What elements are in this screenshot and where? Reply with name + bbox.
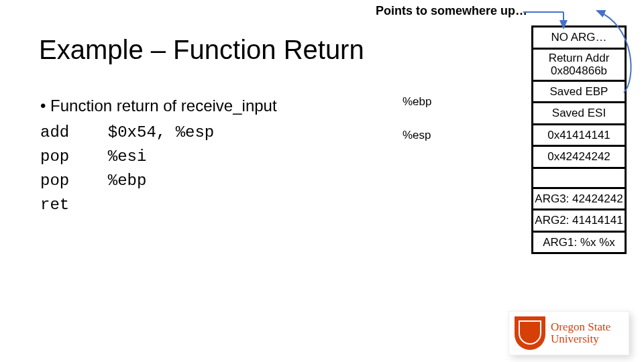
logo-text: Oregon State University bbox=[551, 321, 610, 345]
stack-cell-retaddr-l2: 0x804866b bbox=[551, 64, 607, 77]
logo-shield-icon bbox=[515, 316, 545, 350]
stack-cell-saved-esi: Saved ESI bbox=[531, 101, 627, 123]
logo-text-line2: University bbox=[551, 333, 610, 345]
slide-title: Example – Function Return bbox=[39, 35, 364, 65]
code-line-3: pop %ebp bbox=[40, 169, 277, 193]
stack-cell-hex1: 0x41414141 bbox=[531, 123, 627, 145]
register-ebp-label: %ebp bbox=[402, 95, 431, 109]
university-logo: Oregon State University bbox=[508, 311, 629, 355]
stack-cell-arg3: ARG3: 42424242 bbox=[531, 187, 627, 209]
code-line-2: pop %esi bbox=[40, 145, 277, 169]
body-text: • Function return of receive_input add $… bbox=[40, 94, 277, 217]
stack-cell-arg2: ARG2: 41414141 bbox=[531, 208, 627, 231]
code-line-1: add $0x54, %esp bbox=[40, 121, 277, 145]
bullet-line: • Function return of receive_input bbox=[40, 94, 277, 118]
stack-cell-retaddr: Return Addr 0x804866b bbox=[531, 48, 627, 80]
logo-text-line1: Oregon State bbox=[551, 321, 610, 333]
stack-cell-arg1: ARG1: %x %x bbox=[531, 231, 627, 255]
code-line-4: ret bbox=[40, 193, 277, 217]
stack-cell-empty bbox=[531, 167, 627, 187]
top-caption: Points to somewhere up… bbox=[376, 4, 527, 18]
stack-diagram: NO ARG… Return Addr 0x804866b Saved EBP … bbox=[531, 25, 627, 254]
stack-cell-retaddr-l1: Return Addr bbox=[549, 52, 610, 64]
stack-cell-hex2: 0x42424242 bbox=[531, 145, 627, 167]
stack-cell-saved-ebp: Saved EBP bbox=[531, 80, 627, 102]
stack-cell-noarg: NO ARG… bbox=[531, 25, 627, 48]
register-esp-label: %esp bbox=[402, 129, 431, 142]
